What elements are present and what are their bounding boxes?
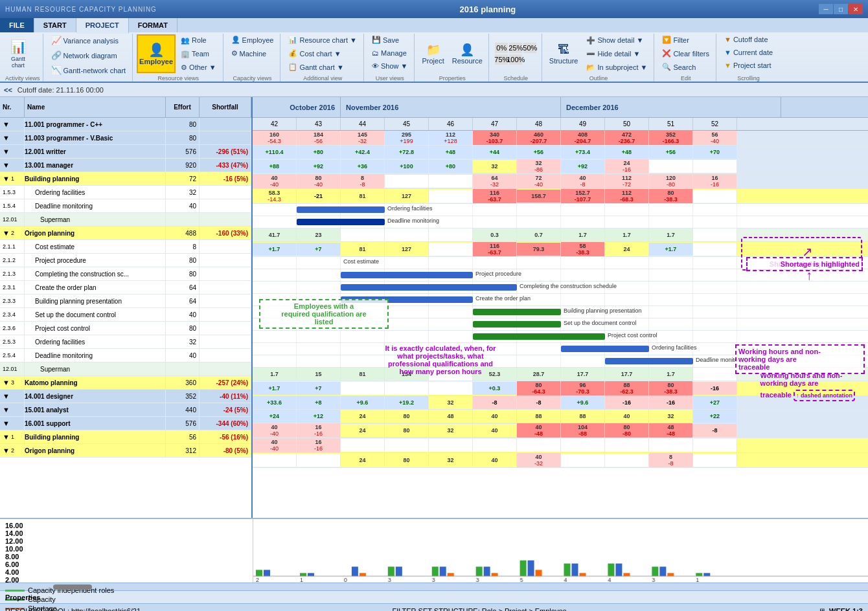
- show-button[interactable]: 👁 Show ▼: [368, 60, 411, 72]
- table-row[interactable]: 2.1.1 Cost estimate 8: [0, 240, 251, 254]
- cell-effort: 40: [166, 349, 200, 362]
- table-row[interactable]: ▼ 11.001 programmer - C++ 80: [0, 118, 251, 131]
- role-button[interactable]: 👥 Role: [177, 34, 220, 47]
- current-date-button[interactable]: ▼ Current date: [720, 47, 777, 58]
- cell-effort: 32: [166, 335, 200, 348]
- task-bar: [297, 219, 385, 225]
- table-row[interactable]: ▼3 Katomo planning 360 -257 (24%): [0, 376, 251, 390]
- tab-project[interactable]: PROJECT: [76, 18, 129, 34]
- scrollbar-thumb[interactable]: [53, 584, 92, 590]
- cell-shortfall: -16 (5%): [200, 172, 251, 185]
- gantt-cell: 88: [561, 410, 605, 423]
- cutoff-date-button[interactable]: ▼ Cutoff date: [720, 34, 772, 45]
- table-row[interactable]: ▼ 16.001 support 576 -344 (60%): [0, 417, 251, 430]
- other-button[interactable]: ⚙ Other ▼: [177, 61, 220, 74]
- gantt-network-button[interactable]: 📉 Gantt-network chart: [47, 63, 130, 77]
- ribbon-group-edit: 🔽 Filter ❌ Clear filters 🔍 Search Edit: [656, 34, 716, 82]
- maximize-button[interactable]: □: [834, 4, 848, 14]
- schedule-btn-5[interactable]: 100%: [509, 54, 522, 65]
- task-bar: [341, 272, 473, 278]
- table-row[interactable]: ▼ 12.001 writter 576 -296 (51%): [0, 145, 251, 159]
- employee-icon: 👤: [148, 42, 165, 58]
- table-row[interactable]: ▼2 Origon planning 488 -160 (33%): [0, 227, 251, 240]
- gantt-chart-add-button[interactable]: 📋 Gantt chart ▼: [284, 61, 347, 73]
- table-row[interactable]: 2.1.3 Completing the construction sc... …: [0, 267, 251, 281]
- ribbon-group-scrolling: ▼ Cutoff date ▼ Current date ▼ Project s…: [718, 34, 779, 82]
- gantt-row: Create the order plan: [253, 294, 868, 306]
- table-row[interactable]: 2.3.3 Building planning presentation 64: [0, 294, 251, 308]
- clear-filters-button[interactable]: ❌ Clear filters: [658, 47, 713, 60]
- project-icon: 📁: [426, 43, 440, 57]
- emp-cv-icon: 👤: [231, 36, 240, 44]
- project-start-button[interactable]: ▼ Project start: [720, 60, 775, 71]
- employee-big-button[interactable]: 👤 Employee: [137, 34, 176, 73]
- nav-button[interactable]: <<: [4, 86, 12, 94]
- gantt-cell: +72.8: [385, 146, 429, 159]
- cost-chart-button[interactable]: 💰 Cost chart ▼: [284, 47, 345, 60]
- manage-button[interactable]: 🗂 Manage: [368, 47, 411, 59]
- minimize-button[interactable]: ─: [819, 4, 833, 14]
- cell-nr: ▼3: [0, 376, 25, 389]
- table-row[interactable]: 2.5.4 Deadline monitoring 40: [0, 349, 251, 362]
- table-row[interactable]: 2.3.4 Set up the document control 40: [0, 308, 251, 322]
- table-row[interactable]: ▼ 14.001 designer 352 -40 (11%): [0, 390, 251, 403]
- cell-effort: [166, 362, 200, 375]
- resource-button[interactable]: 👤 Resource: [449, 34, 486, 73]
- table-row[interactable]: 2.1.2 Project procedure 80: [0, 254, 251, 267]
- gantt-cell: 32: [429, 396, 473, 409]
- group-title-edit: Edit: [658, 74, 713, 82]
- show-detail-button[interactable]: ➕ Show detail ▼: [582, 34, 651, 47]
- filter-bar: << Cutoff date: 21.11.16 00:00: [0, 83, 868, 97]
- table-row[interactable]: ▼ 13.001 manager 920 -433 (47%): [0, 159, 251, 172]
- table-row[interactable]: 2.3.6 Project cost control 80: [0, 322, 251, 335]
- table-row[interactable]: 1.5.4 Deadline monitoring 40: [0, 199, 251, 213]
- gantt-cell: [385, 382, 429, 395]
- table-header: Nr. Name Effort Shortfall: [0, 97, 251, 118]
- table-row[interactable]: 2.5.3 Ordering facilities 32: [0, 335, 251, 349]
- table-row[interactable]: 12.01 Superman: [0, 213, 251, 227]
- save-view-button[interactable]: 💾 Save: [368, 34, 403, 46]
- machine-button[interactable]: ⚙ Machine: [227, 47, 271, 60]
- gantt-row: Project cost control: [253, 331, 868, 343]
- close-button[interactable]: ✕: [849, 4, 863, 14]
- network-diagram-button[interactable]: 🔗 Network diagram: [47, 49, 121, 62]
- gantt-chart-button[interactable]: 📊 Ganttchart: [5, 34, 31, 73]
- table-row[interactable]: ▼ 15.001 analyst 440 -24 (5%): [0, 403, 251, 417]
- table-row[interactable]: 12.01 Superman: [0, 362, 251, 376]
- tab-file[interactable]: FILE: [0, 18, 34, 32]
- week-45: 45: [385, 118, 429, 130]
- gantt-cell: -8: [473, 396, 517, 409]
- table-row[interactable]: ▼ 11.003 programmer - V.Basic 80: [0, 131, 251, 145]
- gantt-row: 2480324040-328-8: [253, 453, 868, 468]
- team-button[interactable]: 🏢 Team: [177, 48, 220, 60]
- table-row[interactable]: ▼1 Building planning 72 -16 (5%): [0, 172, 251, 186]
- structure-button[interactable]: 🏗 Structure: [546, 34, 582, 73]
- variance-analysis-button[interactable]: 📈 Variance analysis: [47, 34, 122, 47]
- gantt-row: Ordering facilities: [253, 204, 868, 216]
- resource-chart-button[interactable]: 📊 Resource chart ▼: [284, 34, 361, 46]
- schedule-btn-2[interactable]: 25%: [509, 43, 522, 53]
- table-row[interactable]: ▼2 Origon planning 312 -80 (5%): [0, 444, 251, 458]
- gantt-cell: [341, 228, 385, 241]
- gantt-cell: -16: [605, 396, 649, 409]
- schedule-btn-3[interactable]: 50%: [523, 43, 536, 53]
- tab-start[interactable]: START: [34, 18, 76, 32]
- table-row[interactable]: 2.3.1 Create the order plan 64: [0, 281, 251, 294]
- network-icon: 🔗: [51, 50, 62, 60]
- gantt-cell: [429, 243, 473, 256]
- hide-detail-button[interactable]: ➖ Hide detail ▼: [582, 48, 651, 60]
- tab-format[interactable]: FORMAT: [129, 18, 177, 32]
- in-subproject-button[interactable]: 📂 In subproject ▼: [582, 61, 651, 74]
- week-51: 51: [649, 118, 693, 130]
- table-row[interactable]: ▼1 Building planning 56 -56 (16%): [0, 430, 251, 444]
- cell-name: Katomo planning: [25, 376, 166, 389]
- filter-button[interactable]: 🔽 Filter: [658, 34, 692, 46]
- search-button[interactable]: 🔍 Search: [658, 61, 700, 73]
- employee-cv-button[interactable]: 👤 Employee: [227, 34, 278, 46]
- schedule-btn-1[interactable]: 0%: [495, 43, 508, 53]
- table-row[interactable]: 1.5.3 Ordering facilities 32: [0, 186, 251, 199]
- title-bar: HUMAN RESOURCE CAPACITY PLANNING 2016 pl…: [0, 0, 868, 18]
- project-button[interactable]: 📁 Project: [418, 34, 447, 73]
- app-title: HUMAN RESOURCE CAPACITY PLANNING: [5, 6, 157, 13]
- gantt-cell: 1.7: [649, 228, 693, 241]
